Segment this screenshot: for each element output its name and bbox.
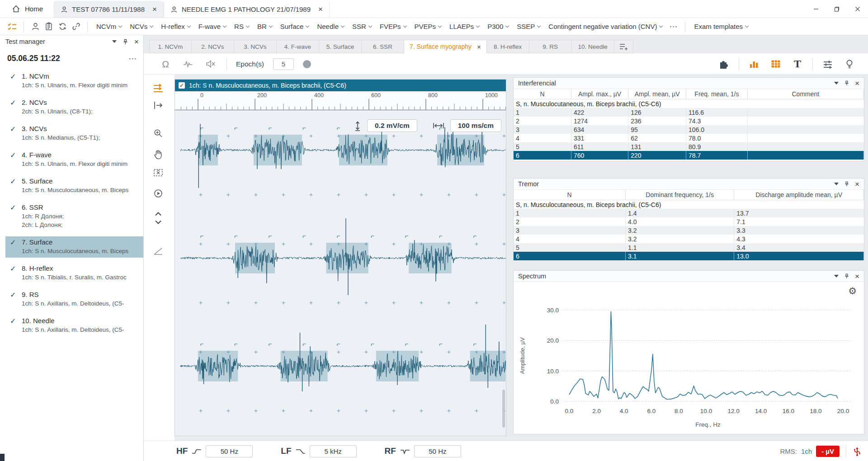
- sidebar-test-9-rs[interactable]: ✓9. RS1ch: S n. Axillaris, m. Deltoideus…: [5, 289, 143, 310]
- table-row[interactable]: 561113180.9: [514, 142, 864, 151]
- dropdown-icon[interactable]: [834, 275, 839, 278]
- pin-icon[interactable]: [123, 39, 128, 45]
- close-icon[interactable]: ×: [318, 5, 323, 13]
- table-row[interactable]: 33.23.3: [514, 226, 864, 235]
- replay-button[interactable]: [151, 187, 165, 200]
- close-button[interactable]: [847, 0, 868, 18]
- table-row[interactable]: 676022078.7: [514, 151, 864, 160]
- gear-icon[interactable]: ⚙: [848, 286, 857, 296]
- selection-average-button[interactable]: [151, 166, 165, 179]
- close-icon[interactable]: ×: [152, 5, 157, 13]
- channel-checkbox[interactable]: ✓: [179, 82, 185, 89]
- test-tab-4-f-wave[interactable]: 4. F-wave: [277, 40, 319, 53]
- table-row[interactable]: 363495106.0: [514, 125, 864, 134]
- menu-rs[interactable]: RS: [230, 23, 253, 30]
- table-row[interactable]: 1422126116.6: [514, 108, 864, 117]
- document-tab-test-07786-11-11-1988[interactable]: TEST 07786 11/11/1988×: [54, 1, 164, 18]
- close-icon[interactable]: ×: [855, 80, 859, 87]
- chart-view-button[interactable]: [747, 57, 761, 71]
- dropdown-icon[interactable]: [112, 40, 117, 43]
- sidebar-test-4-f-wave[interactable]: ✓4. F-wave1ch: S n. Ulnaris, m. Flexor d…: [5, 149, 143, 170]
- settings-sliders-button[interactable]: [821, 57, 835, 71]
- table-row[interactable]: 43.24.3: [514, 235, 864, 243]
- menu-overflow-button[interactable]: ⋯: [666, 22, 680, 32]
- test-tab-6-ssr[interactable]: 6. SSR: [362, 40, 404, 53]
- test-tab-8-h-reflex[interactable]: 8. H-reflex: [487, 40, 529, 53]
- menu-contingent-negative-variation-cnv[interactable]: Contingent negative variation (CNV): [544, 23, 666, 30]
- test-tab-1-ncvm[interactable]: 1. NCVm: [149, 40, 192, 53]
- close-icon[interactable]: ×: [855, 273, 859, 280]
- chevron-down-icon[interactable]: [151, 218, 165, 226]
- sidebar-test-10-needle[interactable]: ✓10. Needle1ch: S n. Axillaris, m. Delto…: [5, 315, 143, 336]
- sensitivity-value[interactable]: 0.2 mV/cm: [367, 119, 417, 132]
- menu-needle[interactable]: Needle: [313, 23, 348, 30]
- close-icon[interactable]: ×: [134, 38, 139, 46]
- sweep-value[interactable]: 100 ms/cm: [450, 119, 501, 132]
- close-icon[interactable]: ×: [477, 43, 481, 50]
- lf-filter-value[interactable]: 5 kHz: [310, 445, 357, 457]
- dropdown-icon[interactable]: [834, 82, 839, 85]
- wave-vertical-scrollbar[interactable]: [502, 390, 505, 428]
- sidebar-test-3-ncvs[interactable]: ✓3. NCVs1ch: S n. Medianus, (C5-T1);: [5, 123, 143, 144]
- report-button[interactable]: [42, 20, 56, 33]
- signal-monitor-button[interactable]: [181, 57, 195, 71]
- test-tab-9-rs[interactable]: 9. RS: [529, 40, 572, 53]
- sidebar-test-6-ssr[interactable]: ✓6. SSR1ch: R Долоня;2ch: L Долоня;: [5, 202, 143, 231]
- document-tab-needle-emg-1-pathology-21-07-1989[interactable]: NEEDLE EMG 1 PATHOLOGY 21/07/1989×: [164, 1, 330, 18]
- sidebar-test-7-surface[interactable]: ✓7. Surface1ch: S n. Musculocutaneous, m…: [5, 236, 143, 258]
- menu-llaeps[interactable]: LLAEPs: [445, 23, 483, 30]
- slope-measure-button[interactable]: [151, 244, 165, 258]
- sound-muted-button[interactable]: [204, 57, 217, 71]
- sidebar-test-2-ncvs[interactable]: ✓2. NCVs2ch: S n. Ulnaris, (C8-T1);: [5, 97, 143, 118]
- table-row[interactable]: 2127423674.3: [514, 117, 864, 125]
- zoom-button[interactable]: [151, 127, 165, 140]
- menu-f-wave[interactable]: F-wave: [194, 23, 230, 30]
- emg-traces-canvas[interactable]: [175, 110, 506, 436]
- table-row[interactable]: 51.13.4: [514, 243, 864, 252]
- menu-ssr[interactable]: SSR: [348, 23, 376, 30]
- hint-lightbulb-button[interactable]: [843, 57, 856, 71]
- session-menu-button[interactable]: ⋯: [128, 53, 137, 64]
- home-tab[interactable]: Home: [0, 0, 54, 18]
- sidebar-test-8-h-reflex[interactable]: ✓8. H-reflex1ch: S n. Tibialis, r. Sural…: [5, 263, 143, 284]
- test-tab-7-surface-myography[interactable]: 7. Surface myography×: [404, 40, 487, 53]
- close-icon[interactable]: ×: [855, 180, 859, 188]
- test-tab-10-needle[interactable]: 10. Needle: [572, 40, 614, 53]
- new-test-tab-button[interactable]: [614, 40, 633, 53]
- menu-ncvm[interactable]: NCVm: [92, 23, 126, 30]
- hf-filter-value[interactable]: 50 Hz: [206, 445, 253, 457]
- sidebar-test-5-surface[interactable]: ✓5. Surface1ch: S n. Musculocutaneous, m…: [5, 175, 143, 197]
- record-button[interactable]: [303, 60, 311, 68]
- sidebar-scroll-corner[interactable]: [0, 454, 5, 461]
- sidebar-test-1-ncvm[interactable]: ✓1. NCVm1ch: S n. Ulnaris, m. Flexor dig…: [5, 71, 143, 92]
- minimize-button[interactable]: [806, 0, 826, 18]
- dropdown-icon[interactable]: [834, 183, 839, 185]
- test-tab-3-ncvs[interactable]: 3. NCVs: [234, 40, 277, 53]
- table-row[interactable]: 24.07.1: [514, 217, 864, 226]
- pin-icon[interactable]: [844, 273, 849, 279]
- maximize-button[interactable]: [826, 0, 847, 18]
- menu-surface[interactable]: Surface: [276, 23, 313, 30]
- exam-templates-menu[interactable]: Exam templates: [690, 23, 752, 30]
- plugins-button[interactable]: [717, 57, 731, 71]
- patient-button[interactable]: [28, 20, 42, 33]
- menu-fveps[interactable]: FVEPs: [376, 23, 410, 30]
- menu-h-reflex[interactable]: H-reflex: [157, 23, 194, 30]
- table-view-button[interactable]: [769, 57, 783, 71]
- trace-layout-button[interactable]: [151, 81, 165, 95]
- test-manager-toggle-button[interactable]: [5, 20, 19, 33]
- menu-p300[interactable]: P300: [483, 23, 513, 30]
- rf-filter-value[interactable]: 50 Hz: [414, 445, 461, 457]
- chevron-up-icon[interactable]: [151, 210, 165, 217]
- link-button[interactable]: [69, 20, 83, 33]
- menu-ncvs[interactable]: NCVs: [126, 23, 157, 30]
- pin-icon[interactable]: [844, 80, 849, 86]
- test-tab-2-ncvs[interactable]: 2. NCVs: [192, 40, 234, 53]
- menu-pveps[interactable]: PVEPs: [410, 23, 446, 30]
- pin-icon[interactable]: [844, 181, 849, 187]
- menu-ssep[interactable]: SSEP: [513, 23, 544, 30]
- impedance-button[interactable]: Ω: [159, 57, 172, 71]
- table-row[interactable]: 63.113.0: [514, 252, 864, 260]
- pan-hand-button[interactable]: [151, 148, 165, 161]
- test-tab-5-surface[interactable]: 5. Surface: [319, 40, 362, 53]
